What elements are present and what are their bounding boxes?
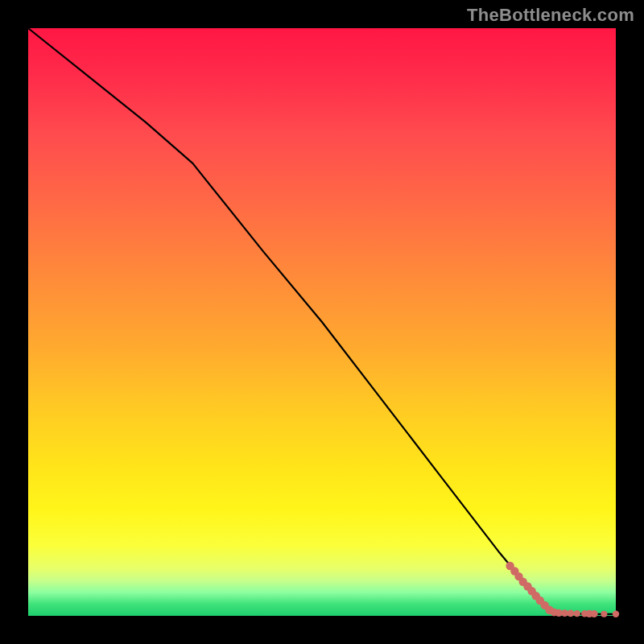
chart-frame: TheBottleneck.com <box>0 0 644 644</box>
data-marker <box>574 610 580 617</box>
chart-overlay <box>28 28 616 616</box>
data-marker <box>601 611 607 617</box>
data-marker <box>590 610 597 617</box>
markers-group <box>506 562 619 617</box>
watermark-text: TheBottleneck.com <box>467 5 634 26</box>
curve-line <box>28 28 616 614</box>
plot-area <box>28 28 616 616</box>
data-marker <box>613 611 619 617</box>
data-marker <box>567 610 574 617</box>
